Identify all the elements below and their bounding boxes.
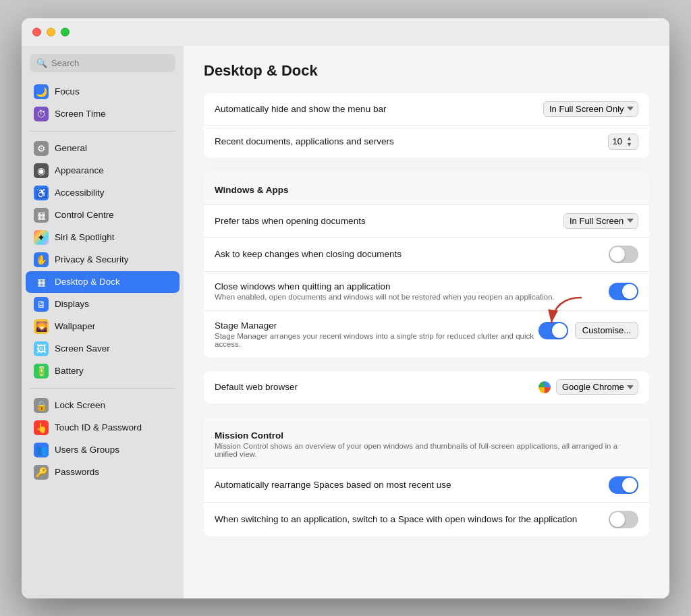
focus-icon: 🌙 [34,84,49,99]
switch-space-row: When switching to an application, switch… [204,503,649,536]
main-layout: 🔍 🌙 Focus ⏱ Screen Time ⚙ Genera [22,46,669,598]
windows-apps-section: Windows & Apps Prefer tabs when opening … [204,171,649,358]
ask-keep-changes-label: Ask to keep changes when closing documen… [215,249,609,259]
rearrange-spaces-control [609,476,638,494]
sidebar-group-middle: ⚙ General ◉ Appearance ♿ Accessibility ▦… [22,136,184,384]
main-content: Desktop & Dock Automatically hide and sh… [184,46,669,598]
recent-docs-number: 10 ▲ ▼ [608,134,638,150]
sidebar-item-label: Touch ID & Password [55,422,142,432]
sidebar-item-siri-spotlight[interactable]: ✦ Siri & Spotlight [26,227,179,248]
sidebar-item-control-centre[interactable]: ▦ Control Centre [26,204,179,226]
appearance-icon: ◉ [34,163,49,178]
recent-docs-value: 10 [613,136,622,146]
sidebar-item-accessibility[interactable]: ♿ Accessibility [26,182,179,204]
sidebar-item-label: Accessibility [55,188,105,198]
default-browser-row: Default web browser Google Chrome Safari… [204,371,649,403]
sidebar-item-focus[interactable]: 🌙 Focus [26,81,179,103]
menubar-section: Automatically hide and show the menu bar… [204,93,649,158]
sidebar-item-label: Wallpaper [55,321,95,331]
close-windows-row: Close windows when quitting an applicati… [204,272,649,311]
sidebar-item-wallpaper[interactable]: 🌄 Wallpaper [26,316,179,337]
toggle-knob [610,247,625,262]
menubar-hide-row: Automatically hide and show the menu bar… [204,93,649,125]
rearrange-spaces-toggle[interactable] [609,476,638,494]
search-box[interactable]: 🔍 [30,54,175,72]
browser-section: Default web browser Google Chrome Safari… [204,371,649,403]
sidebar-item-desktop-dock[interactable]: ▦ Desktop & Dock [26,271,179,293]
close-windows-toggle[interactable] [609,283,638,300]
default-browser-label: Default web browser [215,382,538,392]
desktop-dock-icon: ▦ [34,275,49,289]
close-windows-label: Close windows when quitting an applicati… [215,281,609,301]
default-browser-control: Google Chrome Safari Firefox [538,379,638,395]
sidebar-item-label: Appearance [55,165,104,175]
sidebar-item-touch-id[interactable]: 👆 Touch ID & Password [26,417,179,439]
customise-button[interactable]: Customise... [575,322,638,339]
stage-manager-control: Customise... [538,322,638,339]
stage-manager-row: Stage Manager Stage Manager arranges you… [204,311,649,358]
accessibility-icon: ♿ [34,186,49,200]
prefer-tabs-row: Prefer tabs when opening documents In Fu… [204,205,649,237]
chrome-icon [538,381,551,393]
passwords-icon: 🔑 [34,465,49,480]
sidebar-item-label: Focus [55,86,80,96]
touch-id-icon: 👆 [34,420,49,435]
sidebar-group-bottom: 🔒 Lock Screen 👆 Touch ID & Password 👥 Us… [22,393,184,485]
switch-space-label: When switching to an application, switch… [215,514,609,524]
default-browser-select[interactable]: Google Chrome Safari Firefox [556,379,638,395]
control-centre-icon: ▦ [34,208,49,223]
sidebar-item-appearance[interactable]: ◉ Appearance [26,160,179,181]
mission-control-sub: Mission Control shows an overview of you… [215,442,638,458]
stepper-down[interactable]: ▼ [625,142,634,148]
rearrange-spaces-row: Automatically rearrange Spaces based on … [204,468,649,503]
ask-keep-changes-row: Ask to keep changes when closing documen… [204,237,649,272]
title-bar [22,18,669,46]
ask-keep-changes-toggle[interactable] [609,246,638,263]
sidebar-item-label: Displays [55,299,89,309]
recent-docs-label: Recent documents, applications and serve… [215,136,608,146]
close-windows-sublabel: When enabled, open documents and windows… [215,293,609,301]
sidebar: 🔍 🌙 Focus ⏱ Screen Time ⚙ Genera [22,46,184,598]
general-icon: ⚙ [34,141,49,156]
maximize-button[interactable] [61,28,70,36]
siri-icon: ✦ [34,230,49,245]
sidebar-item-label: Screen Saver [55,343,110,354]
sidebar-divider-2 [30,388,175,389]
privacy-icon: ✋ [34,252,49,267]
sidebar-item-displays[interactable]: 🖥 Displays [26,293,179,315]
screen-saver-icon: 🖼 [34,341,49,356]
sidebar-item-users-groups[interactable]: 👥 Users & Groups [26,439,179,461]
prefer-tabs-select[interactable]: In Full Screen Always Never [563,213,638,229]
sidebar-item-passwords[interactable]: 🔑 Passwords [26,461,179,483]
prefer-tabs-control: In Full Screen Always Never [563,213,638,229]
menubar-hide-select[interactable]: In Full Screen Only Always Never [543,101,638,117]
sidebar-item-label: Control Centre [55,210,114,220]
sidebar-item-label: Desktop & Dock [55,277,120,287]
search-icon: 🔍 [36,58,47,68]
minimize-button[interactable] [47,28,55,36]
ask-keep-changes-control [609,246,638,263]
sidebar-item-label: Privacy & Security [55,254,129,264]
toggle-knob [610,512,625,527]
recent-docs-stepper: ▲ ▼ [625,136,634,148]
search-input[interactable] [51,58,169,68]
mission-control-header: Mission Control Mission Control shows an… [215,424,638,462]
sidebar-item-lock-screen[interactable]: 🔒 Lock Screen [26,395,179,416]
users-groups-icon: 👥 [34,443,49,457]
prefer-tabs-label: Prefer tabs when opening documents [215,216,563,226]
close-button[interactable] [32,28,41,36]
sidebar-group-top: 🌙 Focus ⏱ Screen Time [22,79,184,127]
sidebar-item-privacy-security[interactable]: ✋ Privacy & Security [26,249,179,271]
settings-window: 🔍 🌙 Focus ⏱ Screen Time ⚙ Genera [22,18,669,598]
switch-space-control [609,511,638,528]
switch-space-toggle[interactable] [609,511,638,528]
sidebar-item-battery[interactable]: 🔋 Battery [26,360,179,382]
sidebar-item-general[interactable]: ⚙ General [26,138,179,159]
close-windows-control [609,283,638,300]
sidebar-item-screen-saver[interactable]: 🖼 Screen Saver [26,338,179,360]
windows-apps-title: Windows & Apps [215,185,289,195]
sidebar-item-screen-time[interactable]: ⏱ Screen Time [26,103,179,125]
sidebar-item-label: Battery [55,366,84,376]
stage-manager-toggle[interactable] [538,322,568,339]
page-title: Desktop & Dock [204,62,649,80]
